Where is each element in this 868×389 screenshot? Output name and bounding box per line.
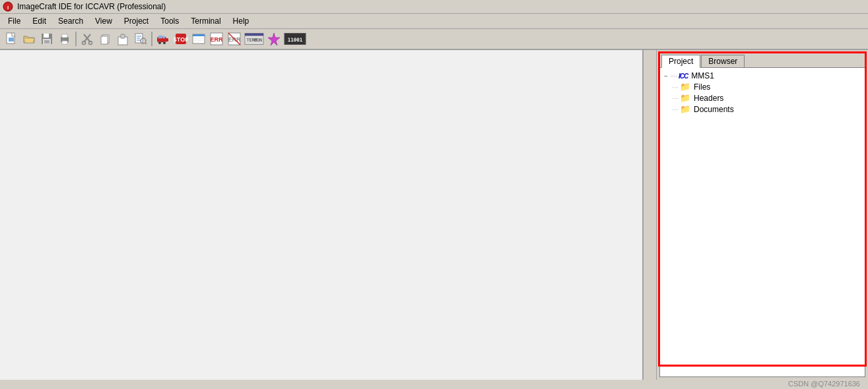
menu-tools[interactable]: Tools bbox=[155, 15, 184, 27]
svg-point-30 bbox=[158, 42, 161, 44]
tab-project[interactable]: Project bbox=[661, 55, 700, 68]
tree-item-documents[interactable]: ···· 📁 Documents bbox=[663, 104, 862, 115]
svg-rect-7 bbox=[44, 34, 49, 38]
svg-text:I: I bbox=[7, 5, 9, 11]
svg-rect-33 bbox=[163, 36, 165, 38]
svg-rect-37 bbox=[193, 34, 205, 36]
tree-item-files[interactable]: ···· 📁 Files bbox=[663, 81, 862, 92]
icc-icon: ICC bbox=[679, 73, 688, 80]
tree-label-files: Files bbox=[694, 82, 710, 92]
svg-point-31 bbox=[163, 42, 166, 44]
menu-help[interactable]: Help bbox=[228, 15, 255, 27]
tree-dotted-headers: ···· bbox=[672, 95, 679, 102]
toolbar-new-button[interactable] bbox=[3, 30, 20, 47]
svg-marker-49 bbox=[268, 33, 280, 45]
toolbar: STOP ERR ERR TERM CON bbox=[0, 29, 868, 50]
svg-rect-12 bbox=[62, 41, 67, 44]
toolbar-binary-button[interactable]: 11001 bbox=[283, 30, 307, 47]
toolbar-save-button[interactable] bbox=[38, 30, 55, 47]
toolbar-terminal-button[interactable]: TERM CON bbox=[244, 30, 265, 47]
toolbar-paste-button[interactable] bbox=[114, 30, 131, 47]
svg-rect-19 bbox=[101, 36, 108, 44]
toolbar-clear-errors-button[interactable]: ERR bbox=[226, 30, 243, 47]
svg-rect-29 bbox=[165, 38, 168, 42]
toolbar-print-button[interactable] bbox=[56, 30, 73, 47]
panel-left-gutter bbox=[644, 50, 657, 380]
watermark: CSDN @Q742971636 bbox=[787, 378, 861, 389]
toolbar-open-button[interactable] bbox=[20, 30, 38, 47]
folder-icon-headers: 📁 bbox=[680, 93, 690, 103]
menu-file[interactable]: File bbox=[3, 15, 26, 27]
toolbar-build-button[interactable] bbox=[154, 30, 172, 47]
project-panel: Project Browser − ···· ICC MMS1 ···· bbox=[659, 53, 865, 377]
menu-bar: File Edit Search View Project Tools Term… bbox=[0, 14, 868, 29]
tab-browser[interactable]: Browser bbox=[701, 55, 745, 67]
svg-text:ERR: ERR bbox=[210, 36, 223, 43]
tree-item-headers[interactable]: ···· 📁 Headers bbox=[663, 92, 862, 104]
toolbar-copy-button[interactable] bbox=[96, 30, 114, 47]
toolbar-errors-button[interactable]: ERR bbox=[208, 30, 225, 47]
svg-rect-46 bbox=[245, 34, 263, 36]
tree-label-documents: Documents bbox=[694, 105, 734, 114]
tree-label-root: MMS1 bbox=[691, 71, 714, 80]
tree-label-headers: Headers bbox=[694, 94, 723, 103]
toolbar-separator-2 bbox=[151, 32, 152, 46]
toolbar-find-button[interactable] bbox=[132, 30, 149, 47]
tree-dotted-files: ···· bbox=[672, 84, 679, 90]
menu-view[interactable]: View bbox=[90, 15, 117, 27]
tree-dotted-documents: ···· bbox=[672, 106, 679, 113]
right-panel-container: Project Browser − ···· ICC MMS1 ···· bbox=[644, 50, 868, 380]
svg-point-13 bbox=[67, 38, 68, 40]
svg-text:11001: 11001 bbox=[288, 37, 303, 43]
watermark-text: CSDN @Q742971636 bbox=[788, 380, 860, 388]
tree-view: − ···· ICC MMS1 ···· 📁 Files ···· 📁 bbox=[660, 68, 865, 117]
svg-point-16 bbox=[83, 42, 86, 45]
svg-point-17 bbox=[89, 42, 92, 45]
app-logo: I bbox=[3, 1, 13, 12]
svg-rect-21 bbox=[121, 34, 125, 38]
main-area: Project Browser − ···· ICC MMS1 ···· bbox=[0, 50, 868, 380]
panel-tabs: Project Browser bbox=[660, 53, 865, 68]
toolbar-stop-button[interactable]: STOP bbox=[172, 30, 189, 47]
tree-item-root[interactable]: − ···· ICC MMS1 bbox=[663, 71, 862, 81]
menu-project[interactable]: Project bbox=[119, 15, 154, 27]
menu-edit[interactable]: Edit bbox=[27, 15, 51, 27]
toolbar-cut-button[interactable] bbox=[79, 30, 96, 47]
tree-dotted-root: ···· bbox=[671, 73, 677, 79]
folder-icon-files: 📁 bbox=[680, 82, 690, 92]
toolbar-wizard-button[interactable] bbox=[190, 30, 207, 47]
toolbar-magic-button[interactable] bbox=[265, 30, 283, 47]
app-title: ImageCraft IDE for ICCAVR (Professional) bbox=[17, 2, 166, 11]
svg-rect-32 bbox=[158, 36, 162, 38]
tree-expander-root[interactable]: − bbox=[663, 73, 669, 80]
title-bar: I ImageCraft IDE for ICCAVR (Professiona… bbox=[0, 0, 868, 14]
svg-rect-9 bbox=[44, 40, 50, 44]
toolbar-separator-1 bbox=[75, 32, 77, 46]
svg-rect-11 bbox=[62, 34, 67, 38]
svg-text:CON: CON bbox=[254, 38, 262, 43]
project-panel-wrapper: Project Browser − ···· ICC MMS1 ···· bbox=[657, 50, 868, 380]
menu-search[interactable]: Search bbox=[53, 15, 88, 27]
svg-text:STOP: STOP bbox=[174, 36, 188, 43]
svg-line-27 bbox=[145, 43, 147, 44]
editor-area[interactable] bbox=[0, 50, 644, 380]
menu-terminal[interactable]: Terminal bbox=[185, 15, 226, 27]
folder-icon-documents: 📁 bbox=[680, 104, 690, 114]
